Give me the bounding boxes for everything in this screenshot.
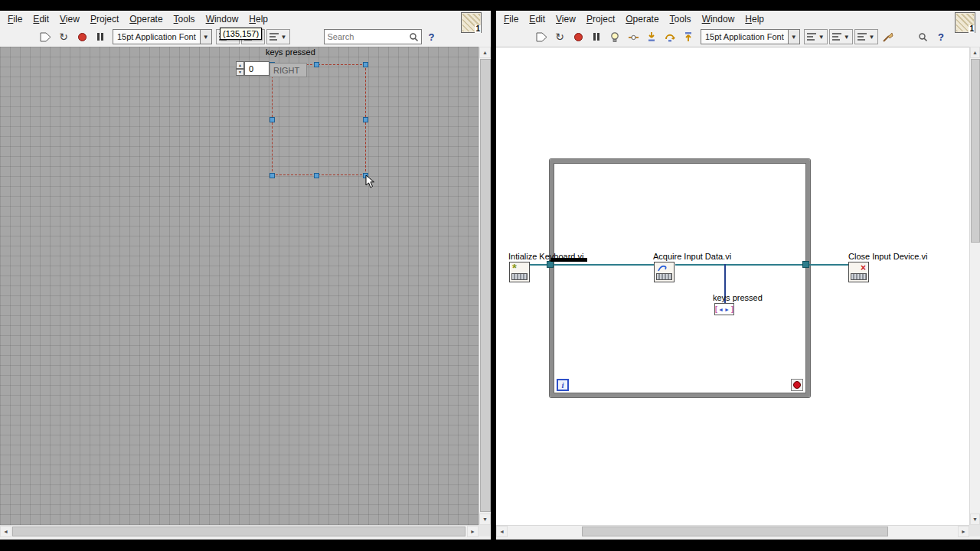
numeric-increment-decrement[interactable]: ▲ ▼ (236, 61, 244, 76)
menu-help[interactable]: Help (243, 11, 273, 27)
menu-window[interactable]: Window (697, 11, 740, 27)
close-device-label[interactable]: Close Input Device.vi (848, 252, 927, 261)
resize-handle-top-mid[interactable] (314, 62, 319, 67)
highlight-execution-button[interactable] (606, 28, 623, 45)
chevron-down-icon: ▼ (844, 34, 850, 41)
zoom-button[interactable] (914, 28, 931, 45)
resize-handle-top-right[interactable] (363, 62, 368, 67)
numeric-control[interactable]: 0 (244, 61, 270, 76)
context-help-button[interactable]: ? (423, 28, 440, 45)
scroll-up-icon[interactable]: ▲ (479, 47, 491, 58)
loop-tunnel-right[interactable] (802, 261, 809, 268)
font-selector[interactable]: 15pt Application Font ▼ (701, 29, 800, 44)
scroll-down-icon[interactable]: ▼ (479, 514, 491, 525)
scroll-right-icon[interactable]: ► (958, 526, 969, 537)
distribute-objects-icon (832, 33, 841, 41)
abort-button[interactable] (74, 28, 90, 45)
retain-wire-values-button[interactable] (625, 28, 642, 45)
scroll-down-icon[interactable]: ▼ (970, 514, 980, 525)
selected-wire-segment[interactable] (550, 258, 587, 262)
menu-window[interactable]: Window (201, 11, 244, 27)
scroll-left-icon[interactable]: ◄ (0, 526, 11, 537)
block-diagram-menubar: File Edit View Project Operate Tools Win… (496, 11, 980, 27)
run-button[interactable] (533, 28, 550, 45)
resize-handle-mid-left[interactable] (270, 117, 275, 122)
abort-button[interactable] (570, 28, 586, 45)
while-loop[interactable] (550, 159, 810, 397)
front-panel-canvas[interactable]: keys pressed ▲ ▼ 0 RIGHT (0, 47, 479, 525)
vscroll-thumb[interactable] (480, 59, 491, 512)
vscroll-thumb[interactable] (971, 59, 980, 243)
loop-tunnel-left[interactable] (547, 261, 554, 268)
diagram-vscrollbar[interactable]: ▲ ▼ (969, 47, 980, 525)
scroll-up-icon[interactable]: ▲ (970, 47, 980, 58)
scroll-left-icon[interactable]: ◄ (496, 526, 508, 537)
scroll-right-icon[interactable]: ► (467, 526, 479, 537)
acquire-input-vi-node[interactable] (654, 262, 675, 282)
keys-pressed-indicator-terminal[interactable]: [◄►] (714, 303, 734, 315)
listbox-item[interactable]: RIGHT (270, 63, 307, 77)
step-over-button[interactable] (662, 28, 678, 45)
menu-tools[interactable]: Tools (168, 11, 201, 27)
menu-edit[interactable]: Edit (28, 11, 54, 27)
pause-button[interactable] (588, 28, 605, 45)
search-input[interactable] (325, 32, 409, 41)
keys-pressed-label[interactable]: keys pressed (266, 47, 315, 57)
font-selector[interactable]: 15pt Application Font ▼ (113, 29, 212, 44)
reorder-dropdown[interactable]: ▼ (266, 29, 290, 44)
front-panel-hscrollbar[interactable]: ◄ ► (0, 525, 479, 536)
diagram-hscrollbar[interactable]: ◄ ► (496, 525, 969, 536)
array-bracket-icon: [ (715, 305, 717, 313)
vi-window-icon[interactable]: 1 (461, 12, 482, 33)
clean-up-diagram-icon (882, 31, 893, 43)
context-help-button[interactable]: ? (933, 28, 949, 45)
block-diagram-canvas[interactable]: Intialize Keyboard.vi * Acquire Input Da… (496, 47, 969, 525)
menu-project[interactable]: Project (581, 11, 620, 27)
vi-window-icon[interactable]: 1 (955, 12, 975, 33)
front-panel-vscrollbar[interactable]: ▲ ▼ (479, 47, 491, 525)
pause-icon (593, 33, 599, 41)
menu-edit[interactable]: Edit (524, 11, 550, 27)
iteration-terminal[interactable]: i (557, 379, 569, 391)
align-objects-dropdown[interactable]: ▼ (804, 29, 828, 44)
step-out-button[interactable] (680, 28, 697, 45)
acquire-input-label[interactable]: Acquire Input Data.vi (653, 252, 731, 261)
resize-handle-mid-right[interactable] (363, 117, 368, 122)
step-over-icon (665, 31, 675, 42)
menu-file[interactable]: File (2, 11, 28, 27)
loop-condition-terminal[interactable] (791, 379, 803, 391)
selection-rectangle[interactable] (272, 64, 366, 175)
init-keyboard-vi-node[interactable]: * (509, 262, 530, 282)
run-continuous-button[interactable]: ↻ (551, 28, 568, 45)
run-button[interactable] (37, 28, 54, 45)
menu-file[interactable]: File (498, 11, 524, 27)
hscroll-thumb[interactable] (582, 527, 888, 536)
menu-operate[interactable]: Operate (124, 11, 168, 27)
increment-arrow-icon[interactable]: ▲ (236, 61, 244, 69)
keys-pressed-terminal-label[interactable]: keys pressed (713, 293, 763, 302)
hscroll-thumb[interactable] (12, 527, 466, 536)
reorder-dropdown[interactable]: ▼ (854, 29, 878, 44)
chevron-down-icon: ▼ (281, 34, 287, 41)
step-into-icon (646, 31, 657, 42)
menu-view[interactable]: View (54, 11, 85, 27)
decrement-arrow-icon[interactable]: ▼ (236, 69, 244, 77)
step-into-button[interactable] (643, 28, 660, 45)
resize-handle-bottom-left[interactable] (270, 173, 275, 178)
menu-help[interactable]: Help (740, 11, 769, 27)
front-panel-menubar: File Edit View Project Operate Tools Win… (0, 11, 491, 27)
resize-handle-bottom-mid[interactable] (314, 173, 319, 178)
distribute-objects-dropdown[interactable]: ▼ (829, 29, 853, 44)
retain-wire-values-icon (628, 32, 639, 42)
menu-project[interactable]: Project (85, 11, 124, 27)
menu-tools[interactable]: Tools (665, 11, 697, 27)
coordinate-tooltip: (135,157) (220, 28, 262, 40)
menu-operate[interactable]: Operate (620, 11, 664, 27)
clean-up-diagram-button[interactable] (880, 28, 897, 45)
close-device-vi-node[interactable]: × (848, 262, 869, 282)
run-continuous-button[interactable]: ↻ (55, 28, 72, 45)
menu-view[interactable]: View (550, 11, 581, 27)
chevron-down-icon: ▼ (869, 34, 875, 41)
pause-button[interactable] (92, 28, 109, 45)
device-id-wire[interactable] (675, 264, 850, 266)
